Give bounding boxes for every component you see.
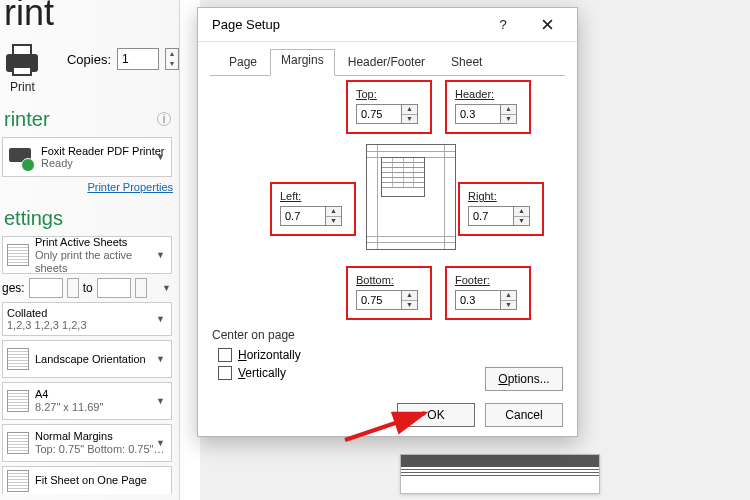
- center-horizontally-checkbox[interactable]: Horizontally: [218, 348, 563, 362]
- printer-status-icon: [7, 144, 33, 170]
- margin-header-input[interactable]: [455, 104, 501, 124]
- tab-margins[interactable]: Margins: [270, 49, 335, 76]
- margin-footer-label: Footer:: [455, 274, 521, 286]
- close-icon: [542, 19, 553, 30]
- margins-line1: Normal Margins: [35, 430, 165, 443]
- chevron-down-icon: ▼: [156, 314, 165, 324]
- dialog-tabs: Page Margins Header/Footer Sheet: [198, 42, 577, 75]
- margin-left-spinner[interactable]: ▲▼: [326, 206, 342, 226]
- preview-page-thumb: [400, 454, 600, 494]
- margin-top-group: Top: ▲▼: [346, 80, 432, 134]
- center-horizontally-label: Horizontally: [238, 348, 301, 362]
- cancel-button[interactable]: Cancel: [485, 403, 563, 427]
- print-what-line1: Print Active Sheets: [35, 236, 167, 249]
- paper-icon: [7, 390, 29, 412]
- margin-right-input[interactable]: [468, 206, 514, 226]
- center-legend: Center on page: [212, 328, 563, 342]
- copies-input[interactable]: [117, 48, 159, 70]
- pages-from-input[interactable]: [29, 278, 63, 298]
- margin-header-group: Header: ▲▼: [445, 80, 531, 134]
- dialog-body: Top: ▲▼ Header: ▲▼ Left: ▲▼ Right: ▲▼ Bo…: [198, 76, 577, 439]
- tab-page[interactable]: Page: [216, 49, 270, 76]
- margin-top-spinner[interactable]: ▲▼: [402, 104, 418, 124]
- margin-bottom-label: Bottom:: [356, 274, 422, 286]
- margins-line2: Top: 0.75" Bottom: 0.75"…: [35, 443, 165, 456]
- margin-top-input[interactable]: [356, 104, 402, 124]
- tab-sheet[interactable]: Sheet: [438, 49, 495, 76]
- margins-icon: [7, 432, 29, 454]
- margin-right-label: Right:: [468, 190, 534, 202]
- pages-to-label: to: [83, 281, 93, 295]
- printer-select[interactable]: Foxit Reader PDF Printer Ready ▼: [2, 137, 172, 177]
- checkbox-icon: [218, 366, 232, 380]
- ok-button[interactable]: OK: [397, 403, 475, 427]
- paper-line1: A4: [35, 388, 103, 401]
- margin-bottom-group: Bottom: ▲▼: [346, 266, 432, 320]
- close-button[interactable]: [525, 9, 569, 41]
- printer-name: Foxit Reader PDF Printer: [41, 145, 164, 157]
- setting-paper[interactable]: A4 8.27" x 11.69" ▼: [2, 382, 172, 420]
- setting-margins[interactable]: Normal Margins Top: 0.75" Bottom: 0.75"……: [2, 424, 172, 462]
- copies-field: Copies: ▲▼: [67, 48, 179, 70]
- view-title: rint: [4, 0, 179, 34]
- paper-line2: 8.27" x 11.69": [35, 401, 103, 414]
- print-button-label: Print: [0, 80, 47, 94]
- dialog-titlebar: Page Setup ?: [198, 8, 577, 42]
- chevron-down-icon: ▼: [162, 283, 171, 293]
- setting-scaling[interactable]: Fit Sheet on One Page: [2, 466, 172, 494]
- options-button[interactable]: Options...: [485, 367, 563, 391]
- margin-footer-input[interactable]: [455, 290, 501, 310]
- margin-left-input[interactable]: [280, 206, 326, 226]
- orientation-line1: Landscape Orientation: [35, 353, 146, 366]
- margin-header-spinner[interactable]: ▲▼: [501, 104, 517, 124]
- print-button[interactable]: Print: [0, 44, 47, 94]
- chevron-down-icon: ▼: [156, 354, 165, 364]
- printer-icon: [2, 44, 42, 78]
- printer-properties-link[interactable]: Printer Properties: [0, 181, 173, 193]
- settings-heading: ettings: [4, 207, 179, 230]
- margin-left-label: Left:: [280, 190, 346, 202]
- chevron-down-icon: ▼: [156, 152, 165, 162]
- printer-heading: rinter: [4, 108, 179, 131]
- dialog-title: Page Setup: [212, 17, 280, 32]
- margin-bottom-input[interactable]: [356, 290, 402, 310]
- pages-to-input[interactable]: [97, 278, 131, 298]
- margin-top-label: Top:: [356, 88, 422, 100]
- collate-line2: 1,2,3 1,2,3 1,2,3: [7, 319, 167, 331]
- margin-right-group: Right: ▲▼: [458, 182, 544, 236]
- info-icon[interactable]: i: [157, 112, 171, 126]
- page-setup-dialog: Page Setup ? Page Margins Header/Footer …: [197, 7, 578, 437]
- copies-label: Copies:: [67, 52, 111, 67]
- pages-to-spinner[interactable]: [135, 278, 147, 298]
- margins-page-preview: [366, 144, 456, 250]
- setting-collate[interactable]: Collated 1,2,3 1,2,3 1,2,3 ▼: [2, 302, 172, 336]
- chevron-down-icon: ▼: [156, 438, 165, 448]
- print-what-line2: Only print the active sheets: [35, 249, 167, 275]
- scaling-icon: [7, 470, 29, 492]
- setting-orientation[interactable]: Landscape Orientation ▼: [2, 340, 172, 378]
- margin-header-label: Header:: [455, 88, 521, 100]
- margin-bottom-spinner[interactable]: ▲▼: [402, 290, 418, 310]
- copies-spinner[interactable]: ▲▼: [165, 48, 179, 70]
- printer-status: Ready: [41, 157, 164, 169]
- sheets-icon: [7, 244, 29, 266]
- orientation-icon: [7, 348, 29, 370]
- margin-left-group: Left: ▲▼: [270, 182, 356, 236]
- chevron-down-icon: ▼: [156, 396, 165, 406]
- pages-range: ges: to ▼: [2, 278, 177, 298]
- pages-label: ges:: [2, 281, 25, 295]
- pages-from-spinner[interactable]: [67, 278, 79, 298]
- margin-footer-group: Footer: ▲▼: [445, 266, 531, 320]
- scaling-line1: Fit Sheet on One Page: [35, 474, 147, 487]
- checkbox-icon: [218, 348, 232, 362]
- help-button[interactable]: ?: [481, 9, 525, 41]
- setting-print-what[interactable]: Print Active Sheets Only print the activ…: [2, 236, 172, 274]
- chevron-down-icon: ▼: [156, 250, 165, 260]
- margin-right-spinner[interactable]: ▲▼: [514, 206, 530, 226]
- print-backstage: rint Print Copies: ▲▼ i rinter Foxit Rea…: [0, 0, 180, 500]
- margin-footer-spinner[interactable]: ▲▼: [501, 290, 517, 310]
- center-vertically-label: Vertically: [238, 366, 286, 380]
- collate-line1: Collated: [7, 307, 167, 319]
- tab-header-footer[interactable]: Header/Footer: [335, 49, 438, 76]
